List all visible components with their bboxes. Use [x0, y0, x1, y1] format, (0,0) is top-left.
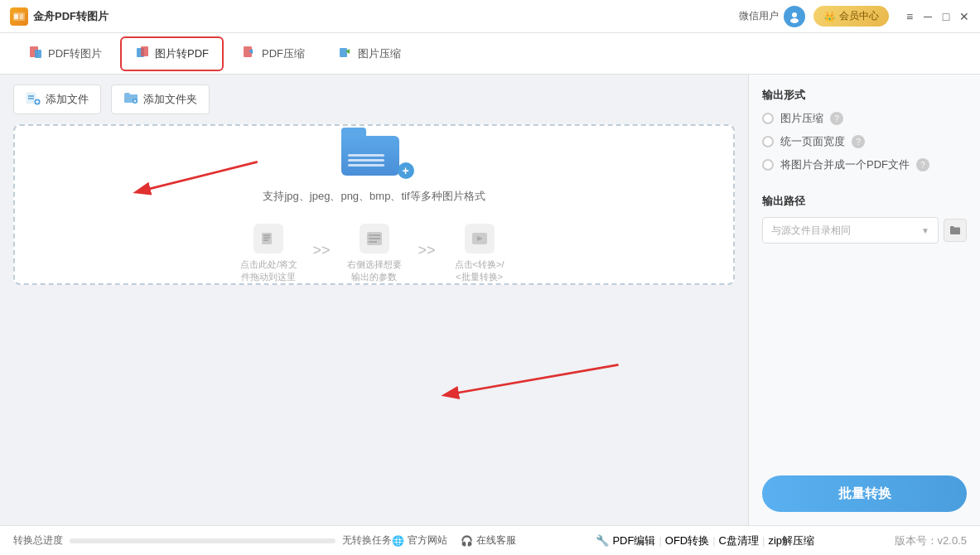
- add-folder-label: 添加文件夹: [143, 92, 197, 107]
- svg-rect-24: [263, 237, 270, 239]
- menu-button[interactable]: ≡: [904, 11, 915, 22]
- step-1-label: 点击此处/将文 件拖动到这里: [240, 258, 297, 283]
- step-2-icon: [360, 224, 389, 253]
- svg-rect-8: [35, 50, 41, 58]
- output-format-title: 输出形式: [762, 88, 967, 103]
- progress-label: 转换总进度: [13, 533, 63, 548]
- app-logo: 金舟PDF转图片: [10, 7, 109, 26]
- option-merge-pdf-label: 将图片合并成一个PDF文件: [780, 157, 910, 172]
- panel-spacer: [762, 257, 967, 462]
- svg-point-6: [790, 18, 799, 23]
- path-input[interactable]: 与源文件目录相同 ▼: [762, 217, 939, 244]
- globe-icon: 🌐: [392, 535, 404, 547]
- c-clean-link[interactable]: C盘清理: [719, 533, 759, 548]
- title-bar: 金舟PDF转图片 微信用户 👑 会员中心 ≡ ─ □ ✕: [0, 0, 980, 33]
- convert-btn-label: 批量转换: [838, 486, 891, 500]
- vip-center-button[interactable]: 👑 会员中心: [813, 6, 889, 27]
- version-text: 版本号：v2.0.5: [895, 533, 967, 548]
- tab-pdf-compress[interactable]: PDF压缩: [227, 36, 320, 71]
- option-merge-pdf: 将图片合并成一个PDF文件 ?: [762, 157, 967, 172]
- radio-uniform-width[interactable]: [762, 136, 774, 147]
- step-arrow-1: >>: [312, 242, 330, 259]
- tab-img-compress[interactable]: 图片压缩: [323, 36, 416, 71]
- nav-bar: PDF转图片 图片转PDF PDF压缩 图片压缩: [0, 33, 980, 75]
- tab-img-compress-label: 图片压缩: [358, 46, 401, 61]
- dropdown-arrow-icon: ▼: [921, 226, 929, 235]
- tools-icon: 🔧: [596, 534, 609, 547]
- folder-plus-icon: +: [398, 162, 414, 179]
- help-icon-0[interactable]: ?: [830, 112, 843, 125]
- path-selector: 与源文件目录相同 ▼: [762, 217, 967, 244]
- support-text: 支持jpg、jpeg、png、bmp、tif等多种图片格式: [263, 189, 485, 204]
- radio-img-compress[interactable]: [762, 113, 774, 124]
- pdf-compress-icon: [242, 45, 257, 63]
- right-panel: 输出形式 图片压缩 ? 统一页面宽度 ? 将图片合并成一个PDF文件 ? 输出路…: [748, 75, 980, 525]
- output-path-title: 输出路径: [762, 194, 967, 209]
- left-panel: 添加文件 添加文件夹: [0, 75, 748, 525]
- option-uniform-width-label: 统一页面宽度: [780, 134, 845, 149]
- step-1-icon: [253, 224, 283, 253]
- tab-pdf-to-img[interactable]: PDF转图片: [13, 36, 117, 71]
- step-2-label: 右侧选择想要 输出的参数: [347, 258, 402, 283]
- browse-folder-button[interactable]: [944, 219, 967, 242]
- drop-steps: 点击此处/将文 件拖动到这里 >> 右侧选择想要 输出的参数: [231, 224, 516, 283]
- drop-zone[interactable]: + 支持jpg、jpeg、png、bmp、tif等多种图片格式: [13, 124, 735, 285]
- output-path-section: 输出路径 与源文件目录相同 ▼: [762, 194, 967, 244]
- tab-img-to-pdf-label: 图片转PDF: [155, 46, 209, 61]
- add-folder-icon: [123, 90, 138, 109]
- user-section: 微信用户: [739, 6, 805, 27]
- output-format-section: 输出形式 图片压缩 ? 统一页面宽度 ? 将图片合并成一个PDF文件 ?: [762, 88, 967, 181]
- svg-rect-28: [369, 238, 380, 239]
- main-area: 添加文件 添加文件夹: [0, 75, 980, 525]
- option-uniform-width: 统一页面宽度 ?: [762, 134, 967, 149]
- svg-rect-23: [263, 234, 270, 236]
- step-2: 右侧选择想要 输出的参数: [337, 224, 412, 283]
- radio-merge-pdf[interactable]: [762, 159, 774, 171]
- help-icon-2[interactable]: ?: [916, 158, 929, 171]
- svg-rect-10: [141, 46, 148, 56]
- img-compress-icon: [338, 45, 353, 63]
- pdf-edit-link[interactable]: PDF编辑: [612, 533, 655, 548]
- add-file-icon: [26, 90, 41, 109]
- svg-rect-12: [340, 48, 347, 57]
- add-folder-button[interactable]: 添加文件夹: [111, 84, 210, 114]
- step-3-label: 点击<转换>/ <批量转换>: [455, 258, 504, 283]
- path-placeholder-text: 与源文件目录相同: [771, 224, 851, 238]
- vip-label: 会员中心: [839, 9, 879, 23]
- progress-bar-track: [70, 538, 336, 543]
- batch-convert-button[interactable]: 批量转换: [762, 475, 967, 512]
- step-1: 点击此处/将文 件拖动到这里: [231, 224, 306, 283]
- bottom-links: 🌐 官方网站 🎧 在线客服: [392, 533, 516, 548]
- step-3-icon: [465, 224, 495, 253]
- drop-zone-wrapper: + 支持jpg、jpeg、png、bmp、tif等多种图片格式: [13, 124, 735, 515]
- pdf-to-img-icon: [28, 45, 43, 63]
- zip-extract-link[interactable]: zip解压缩: [768, 533, 814, 548]
- svg-rect-29: [369, 241, 377, 243]
- close-button[interactable]: ✕: [958, 11, 970, 22]
- step-arrow-2: >>: [418, 242, 436, 259]
- tab-pdf-compress-label: PDF压缩: [262, 46, 305, 61]
- ofd-convert-link[interactable]: OFD转换: [665, 533, 709, 548]
- avatar: [784, 6, 805, 27]
- help-icon-1[interactable]: ?: [852, 135, 865, 148]
- no-task-label: 无转换任务: [342, 533, 392, 548]
- svg-rect-1: [14, 14, 18, 19]
- maximize-button[interactable]: □: [940, 11, 952, 22]
- option-img-compress-label: 图片压缩: [780, 111, 823, 126]
- title-bar-right: 微信用户 👑 会员中心 ≡ ─ □ ✕: [739, 6, 970, 27]
- crown-icon: 👑: [823, 11, 836, 22]
- official-website-link[interactable]: 🌐 官方网站: [392, 533, 447, 548]
- svg-rect-25: [263, 239, 268, 241]
- minimize-button[interactable]: ─: [922, 11, 934, 22]
- tab-pdf-to-img-label: PDF转图片: [48, 46, 102, 61]
- online-support-label: 在线客服: [476, 533, 516, 548]
- add-file-button[interactable]: 添加文件: [13, 84, 101, 114]
- headset-icon: 🎧: [461, 535, 473, 547]
- tab-img-to-pdf[interactable]: 图片转PDF: [120, 36, 224, 71]
- user-label: 微信用户: [739, 9, 779, 23]
- official-website-label: 官方网站: [408, 533, 447, 548]
- step-3: 点击<转换>/ <批量转换>: [442, 224, 517, 283]
- add-file-label: 添加文件: [46, 92, 89, 107]
- option-img-compress: 图片压缩 ?: [762, 111, 967, 126]
- online-support-link[interactable]: 🎧 在线客服: [461, 533, 516, 548]
